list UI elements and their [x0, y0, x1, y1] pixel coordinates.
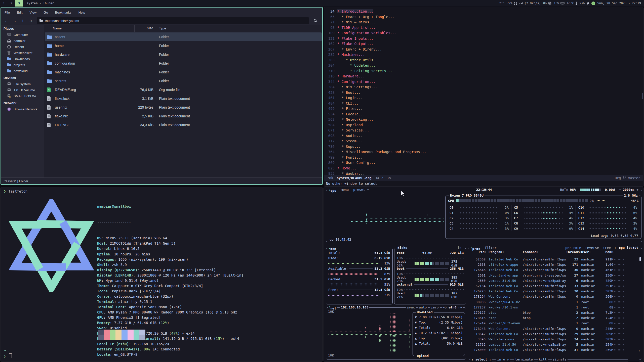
net-zero-button[interactable]: zero	[430, 305, 439, 309]
clock[interactable]: Sun, 28 Sep 2025 - 22:19	[597, 2, 641, 5]
menu-view[interactable]: View	[29, 11, 36, 14]
kill-button[interactable]: kill	[538, 357, 548, 361]
signals-button[interactable]: signals	[552, 357, 568, 361]
net-sync-button[interactable]: sync	[406, 305, 416, 309]
column-header-size[interactable]: Size	[134, 25, 156, 32]
battery-module[interactable]: 97%	[580, 2, 589, 5]
net-auto-button[interactable]: auto	[418, 305, 428, 309]
emacs-scrollbar-thumb[interactable]	[642, 93, 643, 99]
cpu-meter-block	[465, 199, 468, 202]
sidebar-item-1-0-tb-volume[interactable]: 1,0 TB Volume	[1, 87, 44, 93]
tab-mem[interactable]: 2mem	[328, 246, 337, 251]
fetch-line-uptime: Uptime: 10 hours, 26 mins	[97, 252, 244, 257]
sidebar-item-computer[interactable]: Computer	[1, 32, 44, 38]
text-file-icon	[47, 96, 52, 101]
sidebar-item-wastebasket[interactable]: Wastebasket	[1, 50, 44, 56]
menu-edit[interactable]: Edit	[17, 11, 22, 14]
workspace-button-1[interactable]: 1	[0, 0, 8, 7]
select-buttons[interactable]: ↑ select ↓	[470, 357, 492, 361]
shell-prompt[interactable]: ~ ❯	[4, 348, 12, 359]
menu-help[interactable]: Help	[78, 11, 85, 14]
per-core-toggle[interactable]: per-core	[564, 246, 582, 250]
cpu-module[interactable]: 0%	[543, 2, 551, 5]
sidebar-item-downloads[interactable]: Downloads	[1, 56, 44, 62]
sidebar-item-nextcloud[interactable]: nextcloud	[1, 68, 44, 74]
file-row-user-nix[interactable]: user.nix229 bytesPlain text document	[45, 103, 322, 112]
process-row-178616[interactable]: 178616btopbtop2nambiar7.4M0.0	[469, 315, 641, 321]
volume-module[interactable]: 72%	[507, 2, 517, 5]
menu-bookmarks[interactable]: Bookmarks	[55, 11, 71, 14]
tab-cpu[interactable]: 1cpu	[328, 188, 337, 193]
net-box: 3net 192.168.10.165 sync auto zero ←b et…	[326, 307, 466, 359]
process-row-176000[interactable]: 176000Isolated Web Co/nix/store/sm8fmrf3…	[469, 347, 641, 352]
menu-button[interactable]: menu	[340, 188, 350, 193]
reverse-toggle[interactable]: reverse	[584, 246, 600, 250]
file-row-configuration[interactable]: configurationFolder	[45, 59, 322, 68]
process-row-179127[interactable]: 179127btopbtop2nambiar7.3M0.0	[469, 310, 641, 315]
file-row-machines[interactable]: machinesFolder	[45, 68, 322, 76]
sidebar-item-recent[interactable]: Recent	[1, 44, 44, 50]
file-row-readme-org[interactable]: README.org76,4 KiBOrg-mode file	[45, 85, 322, 94]
column-header-type[interactable]: Type	[156, 26, 166, 30]
menu-file[interactable]: File	[5, 11, 10, 14]
process-row-177257[interactable]: 177257kworker/10:1-mm_1root0B0.0	[469, 305, 641, 310]
separator: ----------------	[97, 220, 131, 224]
sidebar-item-projects[interactable]: projects	[1, 62, 44, 68]
file-row-license[interactable]: LICENSE34,3 KiBPlain text document	[45, 120, 322, 129]
sidebar-item-browse-network[interactable]: Browse Network	[1, 106, 44, 112]
file-row-flake-nix[interactable]: flake.nix2,5 KiBPlain text document	[45, 112, 322, 120]
process-row-178248[interactable]: 178248Web Content/nix/store/sm8fmrf3wps4…	[469, 326, 641, 331]
process-row-51762[interactable]: 51762.emacs-31.0.50-/nix/store/wnqz5pa8r…	[469, 342, 641, 347]
file-row-flake-lock[interactable]: flake.lock3,1 KiBPlain text document	[45, 94, 322, 103]
process-row-2658[interactable]: 2658.firefox-wrappe/nix/store/sm8fmrf3wp…	[469, 262, 641, 267]
sidebar-item-file-system[interactable]: File System	[1, 81, 44, 87]
process-row-2601[interactable]: 2601.Hyprland-wrapp/run/current-system/s…	[469, 273, 641, 278]
home-button[interactable]: ⌂	[27, 18, 34, 23]
process-row-175749[interactable]: 175749kworker/6:2-even1root0B0.0	[469, 321, 641, 326]
column-header-name[interactable]: Name	[44, 26, 134, 30]
net-interface-switcher[interactable]: ←b eth0 n→	[442, 305, 463, 309]
proc-scrollbar-thumb[interactable]	[639, 257, 641, 261]
sidebar-item-nambiar[interactable]: nambiar	[1, 38, 44, 44]
process-row-176646[interactable]: 176646Isolated Web Co/nix/store/sm8fmrf3…	[469, 267, 641, 273]
process-row-52368[interactable]: 52368Isolated Web Co/nix/store/sm8fmrf3w…	[469, 257, 641, 262]
idle-inhibitor[interactable]: zᶻᶻ	[499, 2, 505, 5]
path-bar[interactable]: /home/nambiar/system/	[37, 17, 309, 24]
org-buffer[interactable]: 34* Introduction...65 * Emacs + Org + Ta…	[326, 9, 641, 175]
temperature-module[interactable]: 46°C	[567, 2, 577, 5]
forward-button[interactable]: →	[11, 18, 18, 23]
file-row-home[interactable]: homeFolder	[45, 41, 322, 50]
tree-toggle[interactable]: tree	[602, 246, 612, 250]
process-row-176223[interactable]: 176223Isolated Web Co/nix/store/sm8fmrf3…	[469, 289, 641, 294]
process-row-13642[interactable]: 13642Isolated Web Co/nix/store/sm8fmrf3w…	[469, 331, 641, 337]
process-row-52134[interactable]: 52134Isolated Web Co/nix/store/sm8fmrf3w…	[469, 283, 641, 289]
update-interval[interactable]: ─ 2000ms +	[618, 188, 639, 192]
tab-disks[interactable]: disks	[396, 246, 408, 250]
palette-swatch	[128, 335, 134, 340]
org-heading-line: 384 * Nix Settings...	[326, 84, 641, 90]
file-row-hardware[interactable]: hardwareFolder	[45, 50, 322, 59]
process-row-2660[interactable]: 2660.emacs-31.0.50-/nix/store/wnqz5pa8ra…	[469, 278, 641, 283]
cpu-box: 1cpu menu preset * 22:19:44 BAT○ 98% 0.0…	[326, 190, 642, 242]
info-button[interactable]: info ↵	[496, 357, 510, 361]
io-mode-button[interactable]: io	[456, 246, 462, 250]
file-row-assets[interactable]: assetsFolder	[45, 32, 322, 41]
workspace-button-3[interactable]: 3	[15, 0, 23, 7]
process-row-3390[interactable]: 3390WebExtensions/nix/store/sm8fmrf3wps4…	[469, 337, 641, 342]
menu-go[interactable]: Go	[44, 11, 48, 14]
network-module[interactable]: (2.9kb/s)	[519, 2, 541, 5]
core-c10: C104%	[576, 205, 640, 210]
memory-module[interactable]: 13%	[554, 2, 565, 5]
file-row-secrets[interactable]: secretsFolder	[45, 76, 322, 85]
search-button[interactable]	[312, 19, 319, 23]
process-row-178294[interactable]: 178294Web Content/nix/store/sm8fmrf3wps4…	[469, 294, 641, 299]
workspace-button-2[interactable]: 2	[8, 0, 15, 7]
sidebar-item-smallbox-wi[interactable]: SMALLBOX Wi...	[1, 93, 44, 99]
terminate-button[interactable]: terminate	[514, 357, 534, 361]
process-table-header[interactable]: Pid: Program: Command: Threads: User: Me…	[469, 250, 641, 254]
preset-button[interactable]: preset *	[352, 188, 370, 193]
process-row-38936[interactable]: 38936kworker/u64:6-kc1root0B0.0	[469, 299, 641, 305]
back-button[interactable]: ←	[3, 18, 10, 23]
up-button[interactable]: ↑	[19, 18, 26, 23]
check-circle-icon[interactable]: ✓	[591, 2, 595, 5]
